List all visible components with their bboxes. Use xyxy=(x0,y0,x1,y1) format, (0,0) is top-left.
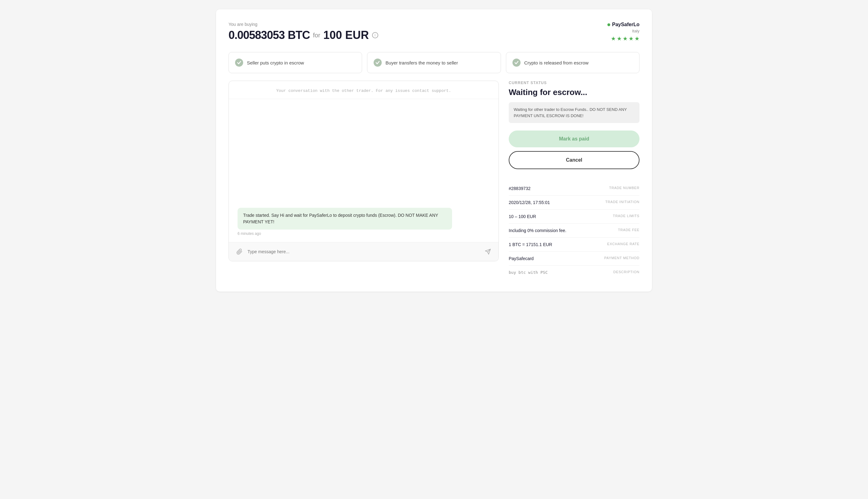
status-title: Waiting for escrow... xyxy=(509,87,640,97)
step-3-check xyxy=(512,59,521,66)
for-label: for xyxy=(313,32,320,39)
step-3-text: Crypto is released from escrow xyxy=(524,60,589,66)
trade-details: #28839732 TRADE NUMBER 2020/12/28, 17:55… xyxy=(509,182,640,279)
payment-method-row: PaySafecard PAYMENT METHOD xyxy=(509,252,640,266)
chat-box: Your conversation with the other trader.… xyxy=(228,81,499,261)
payment-method-value: PaySafecard xyxy=(509,256,534,261)
status-notice: Waiting for other trader to Escrow Funds… xyxy=(509,102,640,123)
system-message: Trade started. Say Hi and wait for PaySa… xyxy=(237,208,452,230)
step-2-text: Buyer transfers the money to seller xyxy=(385,60,458,66)
trade-initiation-row: 2020/12/28, 17:55:01 TRADE INITIATION xyxy=(509,196,640,210)
current-status-label: CURRENT STATUS xyxy=(509,81,640,85)
trade-fee-row: Including 0% commission fee. TRADE FEE xyxy=(509,224,640,238)
trade-limits-label: TRADE LIMITS xyxy=(613,214,640,218)
trade-number-label: TRADE NUMBER xyxy=(609,186,640,190)
exchange-rate-row: 1 BTC = 17151.1 EUR EXCHANGE RATE xyxy=(509,238,640,252)
seller-name: PaySaferLo xyxy=(612,22,640,27)
step-1-text: Seller puts crypto in escrow xyxy=(247,60,304,66)
chat-section: Your conversation with the other trader.… xyxy=(228,81,499,261)
trade-fee-label: TRADE FEE xyxy=(618,228,640,232)
online-indicator xyxy=(607,23,610,26)
steps-row: Seller puts crypto in escrow Buyer trans… xyxy=(228,52,640,73)
trade-fee-value: Including 0% commission fee. xyxy=(509,228,566,233)
star-3: ★ xyxy=(623,35,628,42)
cancel-button[interactable]: Cancel xyxy=(509,151,640,169)
trade-number-value: #28839732 xyxy=(509,186,531,191)
payment-method-label: PAYMENT METHOD xyxy=(604,256,640,260)
page-header: You are buying 0.00583053 BTC for 100 EU… xyxy=(228,22,640,42)
seller-location: Italy xyxy=(607,29,640,33)
btc-currency: BTC xyxy=(288,29,310,42)
description-row: buy btc with PSC DESCRIPTION xyxy=(509,266,640,279)
btc-amount: 0.00583053 xyxy=(228,29,285,42)
trade-initiation-value: 2020/12/28, 17:55:01 xyxy=(509,200,550,205)
chat-input[interactable] xyxy=(248,249,480,254)
eur-amount: 100 xyxy=(323,29,342,42)
mark-as-paid-button[interactable]: Mark as paid xyxy=(509,131,640,147)
system-message-container: Trade started. Say Hi and wait for PaySa… xyxy=(237,208,490,236)
star-5: ★ xyxy=(634,35,640,42)
step-3-card: Crypto is released from escrow xyxy=(506,52,640,73)
message-time: 6 minutes ago xyxy=(237,231,490,236)
eur-currency: EUR xyxy=(345,29,369,42)
info-icon[interactable]: i xyxy=(372,32,378,38)
step-1-check xyxy=(235,59,243,66)
exchange-rate-label: EXCHANGE RATE xyxy=(607,242,640,246)
step-2-card: Buyer transfers the money to seller xyxy=(367,52,501,73)
you-are-buying-label: You are buying xyxy=(228,22,378,27)
star-2: ★ xyxy=(617,35,622,42)
chat-info-text: Your conversation with the other trader.… xyxy=(237,88,490,93)
main-layout: Your conversation with the other trader.… xyxy=(228,81,640,279)
chat-messages: Trade started. Say Hi and wait for PaySa… xyxy=(229,99,498,242)
step-2-check xyxy=(374,59,382,66)
trade-number-row: #28839732 TRADE NUMBER xyxy=(509,182,640,196)
send-button[interactable] xyxy=(484,247,492,256)
exchange-rate-value: 1 BTC = 17151.1 EUR xyxy=(509,242,552,247)
attach-button[interactable] xyxy=(235,247,244,256)
trade-amount-row: 0.00583053 BTC for 100 EUR i xyxy=(228,29,378,42)
trade-initiation-label: TRADE INITIATION xyxy=(605,200,640,204)
chat-input-area xyxy=(229,242,498,261)
trade-info: You are buying 0.00583053 BTC for 100 EU… xyxy=(228,22,378,42)
seller-stars: ★ ★ ★ ★ ★ xyxy=(607,35,640,42)
trade-limits-row: 10 – 100 EUR TRADE LIMITS xyxy=(509,210,640,224)
trade-limits-value: 10 – 100 EUR xyxy=(509,214,536,219)
seller-info: PaySaferLo Italy ★ ★ ★ ★ ★ xyxy=(607,22,640,42)
chat-info-bar: Your conversation with the other trader.… xyxy=(229,81,498,99)
star-4: ★ xyxy=(629,35,634,42)
step-1-card: Seller puts crypto in escrow xyxy=(228,52,362,73)
description-value: buy btc with PSC xyxy=(509,270,548,275)
description-label: DESCRIPTION xyxy=(613,270,640,274)
right-panel: CURRENT STATUS Waiting for escrow... Wai… xyxy=(509,81,640,279)
star-1: ★ xyxy=(611,35,616,42)
seller-online-row: PaySaferLo xyxy=(607,22,640,27)
